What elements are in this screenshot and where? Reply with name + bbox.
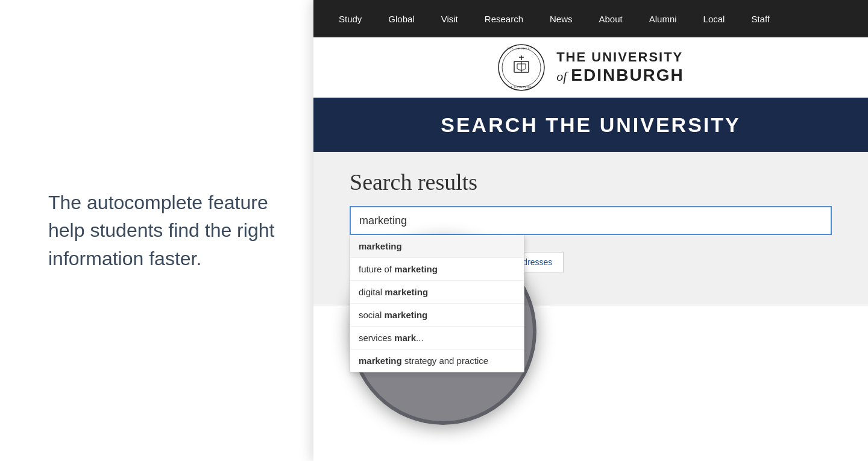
autocomplete-item-2[interactable]: digital marketing bbox=[350, 281, 524, 304]
search-results-heading: Search results bbox=[350, 169, 832, 195]
nav-item-news[interactable]: News bbox=[536, 0, 586, 37]
autocomplete-bold-4: mark bbox=[394, 333, 416, 343]
autocomplete-dropdown: marketing future of marketing digital ma… bbox=[350, 235, 524, 372]
logo-bar: THE UNIVERSITY OF EDINBURGH THE UNIVERSI… bbox=[313, 37, 868, 98]
search-input[interactable] bbox=[350, 206, 832, 235]
description-text: The autocomplete feature help students f… bbox=[48, 189, 277, 272]
autocomplete-prefix-3: social bbox=[359, 310, 385, 320]
autocomplete-item-1[interactable]: future of marketing bbox=[350, 258, 524, 281]
university-line1: THE UNIVERSITY bbox=[556, 49, 684, 65]
autocomplete-item-3[interactable]: social marketing bbox=[350, 304, 524, 327]
nav-item-local[interactable]: Local bbox=[690, 0, 738, 37]
search-input-wrapper: marketing future of marketing digital ma… bbox=[350, 206, 832, 235]
nav-item-staff[interactable]: Staff bbox=[738, 0, 783, 37]
search-results-area: Search results marketing future of marke… bbox=[313, 152, 868, 306]
svg-text:THE UNIVERSITY: THE UNIVERSITY bbox=[508, 47, 536, 50]
university-crest: THE UNIVERSITY OF EDINBURGH bbox=[497, 43, 546, 92]
autocomplete-prefix-2: digital bbox=[359, 287, 385, 297]
browser-screenshot: Study Global Visit Research News About A… bbox=[313, 0, 868, 461]
autocomplete-bold-5: marketing bbox=[359, 356, 402, 366]
autocomplete-suffix-5: strategy and practice bbox=[402, 356, 488, 366]
nav-item-research[interactable]: Research bbox=[471, 0, 536, 37]
autocomplete-bold-1: marketing bbox=[394, 264, 438, 274]
svg-text:OF EDINBURGH: OF EDINBURGH bbox=[509, 86, 535, 89]
nav-item-study[interactable]: Study bbox=[326, 0, 375, 37]
search-input-row bbox=[350, 206, 832, 235]
university-line2: of EDINBURGH bbox=[556, 65, 684, 86]
autocomplete-bold-3: marketing bbox=[385, 310, 428, 320]
nav-item-alumni[interactable]: Alumni bbox=[636, 0, 690, 37]
autocomplete-item-4[interactable]: services mark... bbox=[350, 327, 524, 350]
nav-bar: Study Global Visit Research News About A… bbox=[313, 0, 868, 37]
autocomplete-prefix-4: services bbox=[359, 333, 394, 343]
autocomplete-item-0[interactable]: marketing bbox=[350, 235, 524, 258]
left-panel: The autocomplete feature help students f… bbox=[0, 0, 313, 461]
nav-item-visit[interactable]: Visit bbox=[428, 0, 471, 37]
university-name: THE UNIVERSITY of EDINBURGH bbox=[556, 49, 684, 86]
autocomplete-text-0: marketing bbox=[359, 241, 402, 251]
autocomplete-item-5[interactable]: marketing strategy and practice bbox=[350, 350, 524, 372]
nav-item-about[interactable]: About bbox=[586, 0, 636, 37]
nav-item-global[interactable]: Global bbox=[375, 0, 427, 37]
search-hero: SEARCH THE UNIVERSITY bbox=[313, 98, 868, 152]
autocomplete-bold-2: marketing bbox=[385, 287, 428, 297]
autocomplete-prefix-1: future of bbox=[359, 264, 394, 274]
search-hero-title: SEARCH THE UNIVERSITY bbox=[441, 113, 741, 137]
